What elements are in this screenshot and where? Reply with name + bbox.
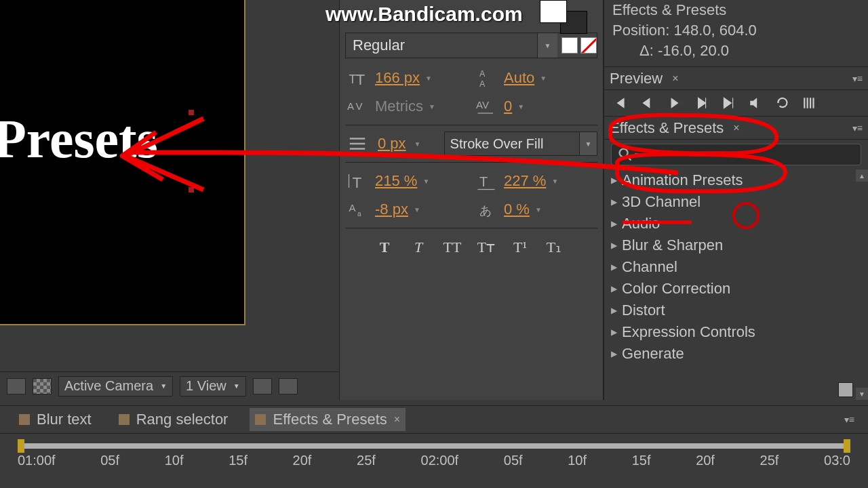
last-frame-button[interactable] xyxy=(721,96,736,110)
time-marker-start[interactable] xyxy=(18,439,24,453)
info-position: Position: 148.0, 604.0 xyxy=(612,20,860,41)
chevron-down-icon[interactable] xyxy=(414,140,431,148)
stroke-width-value[interactable]: 0 px xyxy=(378,135,406,152)
tree-item-distort[interactable]: Distort xyxy=(604,300,868,321)
info-panel: Effects & Presets Position: 148.0, 604.0… xyxy=(604,0,868,67)
chevron-right-icon xyxy=(611,349,622,359)
toggle-transparency-button[interactable] xyxy=(33,378,52,394)
timeline-tab-effects-presets[interactable]: Effects & Presets × xyxy=(250,408,406,431)
panel-menu-icon[interactable]: ▾≡ xyxy=(852,73,863,84)
svg-text:a: a xyxy=(357,210,361,218)
tick-label: 03:0 xyxy=(824,453,850,468)
stroke-width-icon xyxy=(345,134,370,154)
stroke-order-label: Stroke Over Fill xyxy=(445,136,579,152)
character-panel: Regular TT 166 px AA Auto AV xyxy=(339,0,604,400)
info-delta: Δ: -16.0, 20.0 xyxy=(612,41,860,61)
timeline-ruler[interactable]: 01:00f 05f 10f 15f 20f 25f 02:00f 05f 10… xyxy=(0,434,868,488)
tree-item-audio[interactable]: Audio xyxy=(604,213,868,235)
preview-panel-header: Preview × ▾≡ xyxy=(604,67,868,90)
svg-text:V: V xyxy=(356,100,363,112)
camera-view-dropdown[interactable]: Active Camera ▼ xyxy=(58,376,173,396)
scroll-up-button[interactable]: ▲ xyxy=(856,169,868,182)
kerning-value[interactable]: Metrics xyxy=(375,98,423,115)
fill-color-swatch[interactable] xyxy=(561,37,578,54)
tree-item-generate[interactable]: Generate xyxy=(604,343,868,365)
close-icon[interactable]: × xyxy=(733,122,739,134)
hscale-value[interactable]: 227 % xyxy=(504,172,546,190)
tick-label: 20f xyxy=(696,453,715,468)
scrollbar[interactable]: ▲ ▼ xyxy=(856,169,868,400)
svg-point-12 xyxy=(620,149,628,157)
smallcaps-button[interactable]: Tᴛ xyxy=(474,238,498,257)
camera-view-label: Active Camera xyxy=(64,378,153,394)
tree-item-animation-presets[interactable]: Animation Presets xyxy=(604,169,868,191)
effects-search-box[interactable]: ▼ xyxy=(611,144,861,165)
subscript-button[interactable]: T₁ xyxy=(542,238,566,257)
chevron-down-icon[interactable] xyxy=(422,178,439,185)
chevron-down-icon[interactable] xyxy=(429,103,445,110)
close-icon[interactable]: × xyxy=(672,73,678,85)
tree-item-channel[interactable]: Channel xyxy=(604,256,868,278)
new-folder-button[interactable] xyxy=(838,382,853,397)
ram-preview-button[interactable] xyxy=(802,96,817,110)
faux-bold-button[interactable]: T xyxy=(372,238,397,257)
leading-icon: AA xyxy=(474,68,498,88)
first-frame-button[interactable] xyxy=(612,96,627,110)
tree-item-expression-controls[interactable]: Expression Controls xyxy=(604,321,868,343)
close-icon[interactable]: × xyxy=(394,413,400,426)
timeline-tab-rang-selector[interactable]: Rang selector xyxy=(113,408,234,431)
allcaps-button[interactable]: TT xyxy=(440,238,465,257)
tree-item-3d-channel[interactable]: 3D Channel xyxy=(604,191,868,213)
svg-text:AV: AV xyxy=(476,99,489,110)
chevron-down-icon[interactable] xyxy=(414,206,430,214)
leading-value[interactable]: Auto xyxy=(504,69,534,87)
composition-viewport[interactable]: Presets xyxy=(0,0,245,325)
fast-preview-button[interactable] xyxy=(279,378,298,394)
chevron-down-icon[interactable] xyxy=(540,75,556,82)
tsume-value[interactable]: 0 % xyxy=(504,201,530,218)
tree-item-blur-sharpen[interactable]: Blur & Sharpen xyxy=(604,235,868,256)
next-frame-button[interactable] xyxy=(694,96,709,110)
chevron-down-icon xyxy=(579,132,597,155)
effects-search-input[interactable] xyxy=(640,148,855,162)
tracking-value[interactable]: 0 xyxy=(504,98,512,115)
superscript-button[interactable]: T¹ xyxy=(508,238,532,257)
chevron-right-icon xyxy=(611,219,622,228)
tick-label: 10f xyxy=(165,453,184,468)
view-layout-label: 1 View xyxy=(186,378,226,394)
comp-color-swatch xyxy=(19,414,30,425)
toggle-alpha-button[interactable] xyxy=(7,378,26,394)
view-layout-dropdown[interactable]: 1 View ▼ xyxy=(180,376,246,396)
time-marker-end[interactable] xyxy=(844,439,850,453)
chevron-down-icon[interactable] xyxy=(551,178,568,185)
stroke-color-swatch[interactable] xyxy=(580,37,597,54)
chevron-down-icon[interactable] xyxy=(517,103,534,110)
mute-button[interactable] xyxy=(748,96,763,110)
pixel-ratio-button[interactable] xyxy=(253,378,272,394)
chevron-down-icon[interactable] xyxy=(425,75,441,82)
scroll-down-button[interactable]: ▼ xyxy=(856,388,868,400)
font-size-icon: TT xyxy=(345,68,370,88)
loop-button[interactable] xyxy=(775,96,790,110)
chevron-down-icon[interactable]: ▼ xyxy=(633,151,640,159)
vscale-icon: T xyxy=(345,171,370,191)
panel-menu-icon[interactable]: ▾≡ xyxy=(852,123,863,134)
chevron-down-icon[interactable] xyxy=(535,206,551,214)
fg-bg-color-swatch[interactable] xyxy=(540,0,597,34)
timeline-tab-blur-text[interactable]: Blur text xyxy=(14,408,97,431)
tick-label: 05f xyxy=(100,453,119,468)
work-area-bar[interactable] xyxy=(18,443,850,449)
stroke-order-dropdown[interactable]: Stroke Over Fill xyxy=(444,131,597,156)
prev-frame-button[interactable] xyxy=(639,96,654,110)
play-button[interactable] xyxy=(667,96,682,110)
panel-menu-icon[interactable]: ▾≡ xyxy=(844,414,854,425)
faux-italic-button[interactable]: T xyxy=(406,238,431,257)
vscale-value[interactable]: 215 % xyxy=(375,172,417,190)
tick-label: 01:00f xyxy=(18,453,56,468)
baseline-value[interactable]: -8 px xyxy=(375,201,408,218)
fg-color-swatch[interactable] xyxy=(540,0,567,23)
font-style-dropdown[interactable]: Regular xyxy=(345,33,597,58)
tree-item-color-correction[interactable]: Color Correction xyxy=(604,278,868,300)
tick-label: 15f xyxy=(632,453,651,468)
font-size-value[interactable]: 166 px xyxy=(375,69,420,87)
